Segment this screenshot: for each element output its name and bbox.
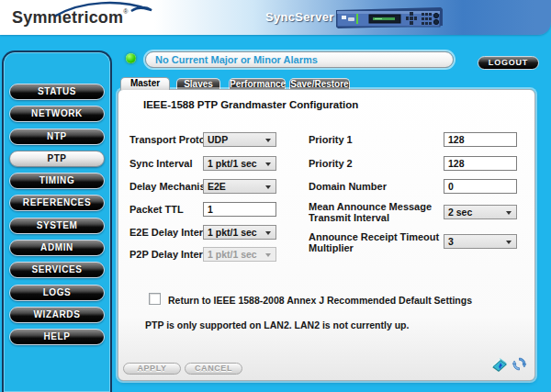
sidebar-item-timing[interactable]: TIMING (9, 173, 105, 189)
chevron-down-icon (265, 231, 271, 235)
e2e-delay-interval-value: 1 pkt/1 sec (208, 227, 257, 238)
chevron-down-icon (265, 185, 271, 189)
mean-announce-interval-label: Mean Announce Message Transmit Interval (309, 201, 448, 223)
sidebar-item-ptp[interactable]: PTP (9, 151, 105, 167)
syncserver-device-image (332, 3, 444, 32)
mean-announce-interval-value: 2 sec (448, 207, 472, 218)
sidebar-item-status[interactable]: STATUS (9, 84, 105, 100)
annex-j-defaults-label: Return to IEEE 1588-2008 Annex J Recomme… (168, 295, 472, 306)
transport-protocol-value: UDP (208, 134, 228, 145)
alarm-status-bar: No Current Major or Minor Alarms (145, 51, 454, 68)
header-band: Symmetricom® SyncServer S300 (0, 0, 551, 35)
sync-interval-select[interactable]: 1 pkt/1 sec (203, 156, 276, 171)
sidebar-item-system[interactable]: SYSTEM (9, 218, 105, 234)
packet-ttl-label: Packet TTL (129, 204, 184, 215)
refresh-icon[interactable] (512, 356, 527, 372)
delay-mechanism-select[interactable]: E2E (203, 179, 276, 194)
announce-receipt-timeout-label: Announce Receipt Timeout Multiplier (309, 231, 448, 253)
apply-button[interactable]: APPLY (123, 363, 181, 375)
sync-interval-value: 1 pkt/1 sec (208, 158, 257, 169)
delay-mechanism-value: E2E (208, 181, 226, 192)
sidebar-item-wizards[interactable]: WIZARDS (9, 307, 105, 323)
chevron-down-icon (265, 139, 271, 142)
priority-2-label: Priority 2 (309, 158, 353, 169)
alarm-status-text: No Current Major or Minor Alarms (155, 54, 318, 65)
chevron-down-icon (506, 241, 512, 244)
priority-2-input[interactable]: 128 (444, 156, 517, 171)
annex-j-defaults-checkbox[interactable] (149, 293, 161, 305)
transport-protocol-select[interactable]: UDP (203, 132, 276, 147)
help-book-icon[interactable] (489, 356, 509, 374)
sidebar-item-services[interactable]: SERVICES (9, 262, 105, 278)
p2p-delay-interval-value: 1 pkt/1 sec (208, 249, 257, 260)
sync-interval-label: Sync Interval (129, 158, 192, 169)
priority-1-value: 128 (448, 134, 465, 145)
chevron-down-icon (265, 253, 271, 257)
packet-ttl-value: 1 (208, 204, 213, 215)
delay-mechanism-label: Delay Mechanism (129, 181, 214, 192)
priority-1-label: Priority 1 (309, 134, 353, 145)
priority-2-value: 128 (448, 158, 465, 169)
priority-1-input[interactable]: 128 (444, 132, 517, 147)
mean-announce-interval-select[interactable]: 2 sec (444, 205, 517, 219)
sidebar-item-network[interactable]: NETWORK (9, 106, 105, 122)
chevron-down-icon (506, 211, 512, 215)
symmetricom-logo: Symmetricom® (12, 8, 128, 28)
alarm-status-led-icon (126, 53, 136, 63)
p2p-delay-interval-select: 1 pkt/1 sec (203, 247, 276, 262)
sidebar-item-references[interactable]: REFERENCES (9, 195, 105, 211)
tab-master[interactable]: Master (120, 77, 170, 90)
announce-receipt-timeout-value: 3 (448, 236, 454, 247)
page-title: IEEE-1588 PTP Grandmaster Configuration (143, 99, 358, 110)
e2e-delay-interval-select[interactable]: 1 pkt/1 sec (203, 225, 276, 240)
sidebar-item-logs[interactable]: LOGS (9, 285, 105, 301)
sidebar-nav: STATUS NETWORK NTP PTP TIMING REFERENCES… (2, 50, 112, 392)
chevron-down-icon (265, 162, 271, 166)
logout-button[interactable]: LOGOUT (478, 56, 539, 70)
lan2-note-text: PTP is only supported on LAN2. LAN2 is n… (145, 319, 409, 330)
sidebar-item-admin[interactable]: ADMIN (9, 240, 105, 256)
logo-swoosh-icon (51, 1, 157, 19)
content-panel: IEEE-1588 PTP Grandmaster Configuration … (118, 89, 535, 381)
sidebar-item-help[interactable]: HELP (9, 329, 105, 345)
domain-number-input[interactable]: 0 (444, 179, 517, 194)
domain-number-label: Domain Number (309, 181, 387, 192)
domain-number-value: 0 (448, 181, 454, 192)
announce-receipt-timeout-select[interactable]: 3 (444, 234, 517, 249)
sidebar-item-ntp[interactable]: NTP (9, 129, 105, 145)
packet-ttl-input[interactable]: 1 (203, 202, 276, 217)
cancel-button[interactable]: CANCEL (185, 363, 242, 375)
